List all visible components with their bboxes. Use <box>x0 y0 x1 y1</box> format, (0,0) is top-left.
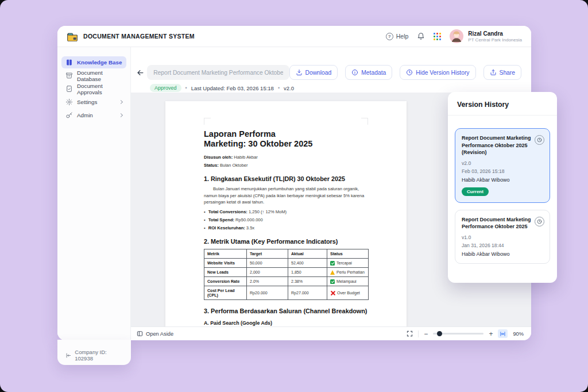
section-3-subheading: A. Paid Search (Google Ads) <box>204 320 368 326</box>
chevron-right-icon <box>119 113 123 117</box>
metadata-button[interactable]: Metadata <box>345 65 392 80</box>
sidebar-item-admin[interactable]: Admin <box>61 109 126 121</box>
sidebar-item-knowledge-base[interactable]: Knowledge Base <box>61 56 126 68</box>
version-clock-button[interactable] <box>535 135 544 145</box>
version-number: v2.0 <box>462 160 544 166</box>
table-row: Cost Per Lead (CPL) Rp20.000 Rp27.000 Ov… <box>204 286 369 300</box>
last-updated-text: Last Updated: Feb 03, 2026 15:18 <box>191 85 274 91</box>
version-clock-button[interactable] <box>535 217 544 226</box>
warning-icon <box>330 270 335 275</box>
document-title-input[interactable] <box>147 65 289 80</box>
zoom-slider[interactable] <box>433 333 483 335</box>
apps-grid-icon[interactable] <box>434 33 441 40</box>
notifications-bell-icon[interactable] <box>417 32 425 40</box>
kpi-table: Metrik Target Aktual Status Website Visi… <box>204 249 369 300</box>
version-date: Jan 31, 2026 18:44 <box>462 243 544 248</box>
margin-corner-mark <box>204 118 211 125</box>
section-1-heading: 1. Ringkasan Eksekutif (TL|DR) 30 Oktobe… <box>204 175 368 182</box>
version-author: Habib Akbar Wibowo <box>462 177 544 183</box>
user-menu[interactable]: Rizal Candra PT Central Park Indonesia <box>450 29 522 43</box>
document-page: Laporan Performa Marketing: 30 Oktober 2… <box>165 101 407 326</box>
user-company: PT Central Park Indonesia <box>468 37 522 43</box>
version-card-current[interactable]: Report Document Marketing Performance Ok… <box>455 128 550 203</box>
version-text: v2.0 <box>284 85 294 91</box>
divider <box>418 330 419 337</box>
zoom-in-button[interactable]: + <box>489 330 493 337</box>
book-icon <box>65 59 73 66</box>
company-id-bar: Company ID: 102938 <box>57 340 131 365</box>
hide-version-history-button[interactable]: Hide Version History <box>400 65 475 80</box>
section-3-heading: 3. Performa Berdasarkan Saluran (Channel… <box>204 308 368 314</box>
version-number: v1.0 <box>462 235 544 240</box>
version-card-previous[interactable]: Report Document Marketing Performance Ok… <box>455 210 550 264</box>
section-1-bullets: Total Conversions:1,250 (↑ 12% MoM) Tota… <box>204 209 368 230</box>
status-badge: Approved <box>150 84 181 92</box>
version-history-panel: Version History Report Document Marketin… <box>448 92 557 283</box>
share-icon <box>490 69 497 76</box>
table-header-row: Metrik Target Aktual Status <box>204 249 369 259</box>
app-logo-folder-icon <box>67 32 78 41</box>
user-name: Rizal Candra <box>468 30 522 37</box>
screenshot-canvas: DOCUMENT MANAGEMENT SYSTEM ? Help <box>0 0 588 392</box>
chevron-right-icon <box>119 100 123 104</box>
bullet-item: Total Conversions:1,250 (↑ 12% MoM) <box>204 209 368 214</box>
table-row: New Leads 2,000 1,850 Perlu Perhatian <box>204 268 369 277</box>
zoom-level: 90% <box>513 331 524 337</box>
fullscreen-icon[interactable] <box>407 330 413 337</box>
fit-width-button[interactable] <box>498 329 508 338</box>
document-toolbar: Download Metadata Hide Version History S… <box>131 65 531 80</box>
panel-left-icon <box>137 330 143 337</box>
open-aside-button[interactable]: Open Aside <box>137 330 173 337</box>
version-title: Report Document Marketing Performance Ok… <box>462 134 544 156</box>
sidebar-item-settings[interactable]: Settings <box>61 96 126 108</box>
sidebar-item-document-approvals[interactable]: Document Approvals <box>61 83 126 95</box>
version-date: Feb 03, 2026 15:18 <box>462 168 544 174</box>
check-icon <box>330 279 335 284</box>
document-meta: Disusun oleh: Habib Akbar Status: Bulan … <box>204 155 368 168</box>
archive-icon <box>65 72 73 79</box>
margin-corner-mark <box>361 118 368 125</box>
arrow-left-icon <box>136 68 145 77</box>
document-status-row: Approved • Last Updated: Feb 03, 2026 15… <box>131 84 531 92</box>
gear-icon <box>65 98 73 106</box>
app-header: DOCUMENT MANAGEMENT SYSTEM ? Help <box>57 26 531 47</box>
clock-icon <box>537 219 542 224</box>
check-icon <box>330 261 335 266</box>
viewer-bottom-bar: Open Aside − + 90% <box>131 326 531 340</box>
document-heading: Laporan Performa Marketing: 30 Oktober 2… <box>204 129 368 149</box>
section-1-paragraph: Bulan Januari menunjukkan pertumbuhan ya… <box>204 186 368 205</box>
fit-width-icon <box>500 331 506 337</box>
back-button[interactable] <box>136 66 145 79</box>
company-id-text: Company ID: 102938 <box>75 349 123 362</box>
clock-icon <box>406 69 413 76</box>
bullet-item: ROI Keseluruhan:3.5x <box>204 225 368 230</box>
info-icon <box>351 69 358 76</box>
zoom-out-button[interactable]: − <box>424 330 428 337</box>
zoom-slider-thumb[interactable] <box>437 331 442 336</box>
table-row: Website Visits 50,000 52,400 Tercapai <box>204 259 369 268</box>
section-2-heading: 2. Metrik Utama (Key Performance Indicat… <box>204 238 368 245</box>
version-author: Habib Akbar Wibowo <box>462 251 544 257</box>
download-button[interactable]: Download <box>289 65 338 80</box>
document-check-icon <box>65 85 73 93</box>
collapse-left-icon[interactable] <box>65 352 71 359</box>
current-badge: Current <box>462 187 489 196</box>
version-history-title: Version History <box>448 92 557 116</box>
clock-icon <box>537 137 542 143</box>
bullet-item: Total Spend:Rp50.000.000 <box>204 217 368 222</box>
share-button[interactable]: Share <box>483 65 521 80</box>
table-row: Conversion Rate 2.0% 2.38% Melampaui <box>204 277 369 286</box>
key-icon <box>65 112 73 119</box>
sidebar-nav: Knowledge Base Document Database Documen… <box>57 47 131 340</box>
help-icon: ? <box>386 33 393 40</box>
sidebar-item-document-database[interactable]: Document Database <box>61 70 126 82</box>
x-icon <box>330 290 335 295</box>
version-title: Report Document Marketing Performance Ok… <box>462 216 544 230</box>
download-icon <box>296 69 303 76</box>
help-button[interactable]: ? Help <box>386 33 409 40</box>
app-title: DOCUMENT MANAGEMENT SYSTEM <box>83 33 195 40</box>
avatar <box>450 29 463 43</box>
